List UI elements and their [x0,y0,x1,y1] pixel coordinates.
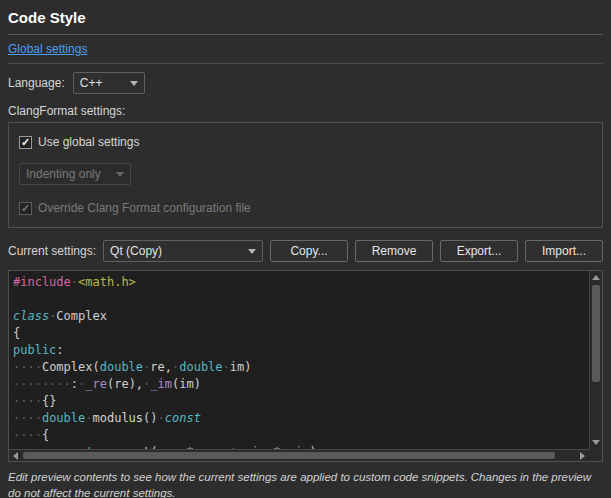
code-editor-content[interactable]: #include·<math.h> class·Complex{public:·… [9,271,589,449]
clangformat-groupbox: Use global settings Indenting only Overr… [8,122,603,228]
code-line: ····double·modulus()·const [13,410,589,427]
clangformat-section-label: ClangFormat settings: [8,104,603,118]
link-separator [8,63,603,64]
remove-button[interactable]: Remove [355,240,433,262]
clangformat-mode-value: Indenting only [26,167,101,181]
scrollbar-corner [589,449,602,461]
code-line: class·Complex [13,308,589,325]
language-row: Language: C++ [8,72,603,94]
code-line: ····{} [13,393,589,410]
code-line: { [13,325,589,342]
horizontal-scrollbar[interactable] [9,449,589,461]
checkbox-checked-icon [19,202,32,215]
clangformat-mode-combobox: Indenting only [19,163,131,185]
horizontal-scrollbar-thumb[interactable] [23,452,555,459]
vertical-scrollbar-thumb[interactable] [592,285,600,382]
import-button[interactable]: Import... [525,240,603,262]
language-combobox[interactable]: C++ [73,72,145,94]
export-button[interactable]: Export... [440,240,518,262]
code-line [13,291,589,308]
checkbox-checked-icon [19,136,32,149]
chevron-down-icon [116,172,124,177]
page-title: Code Style [8,8,603,34]
current-settings-row: Current settings: Qt (Copy) Copy... Remo… [8,240,603,262]
override-config-label: Override Clang Format configuration file [38,201,251,215]
current-settings-combobox[interactable]: Qt (Copy) [103,240,263,262]
override-config-checkbox: Override Clang Format configuration file [19,201,592,215]
current-settings-value: Qt (Copy) [110,244,162,258]
use-global-settings-checkbox[interactable]: Use global settings [19,135,592,149]
code-preview-editor[interactable]: #include·<math.h> class·Complex{public:·… [8,270,603,462]
vertical-scrollbar[interactable] [589,271,602,449]
scroll-right-icon[interactable] [576,450,589,461]
code-line: ····{ [13,427,589,444]
code-line: #include·<math.h> [13,274,589,291]
chevron-down-icon [130,81,138,86]
scroll-up-icon[interactable] [590,271,602,284]
footer-note: Edit preview contents to see how the cur… [8,470,603,498]
scroll-down-icon[interactable] [590,436,602,449]
language-label: Language: [8,76,65,90]
chevron-down-icon [248,249,256,254]
code-line: public: [13,342,589,359]
copy-button[interactable]: Copy... [270,240,348,262]
horizontal-scrollbar-track[interactable] [22,450,576,461]
global-settings-link[interactable]: Global settings [8,42,87,56]
use-global-settings-label: Use global settings [38,135,139,149]
language-combobox-value: C++ [80,76,103,90]
code-line: ····Complex(double·re,·double·im) [13,359,589,376]
code-line: ········:·_re(re),·_im(im) [13,376,589,393]
scroll-left-icon[interactable] [9,450,22,461]
current-settings-label: Current settings: [8,244,96,258]
vertical-scrollbar-track[interactable] [590,284,602,436]
title-separator [8,34,603,35]
